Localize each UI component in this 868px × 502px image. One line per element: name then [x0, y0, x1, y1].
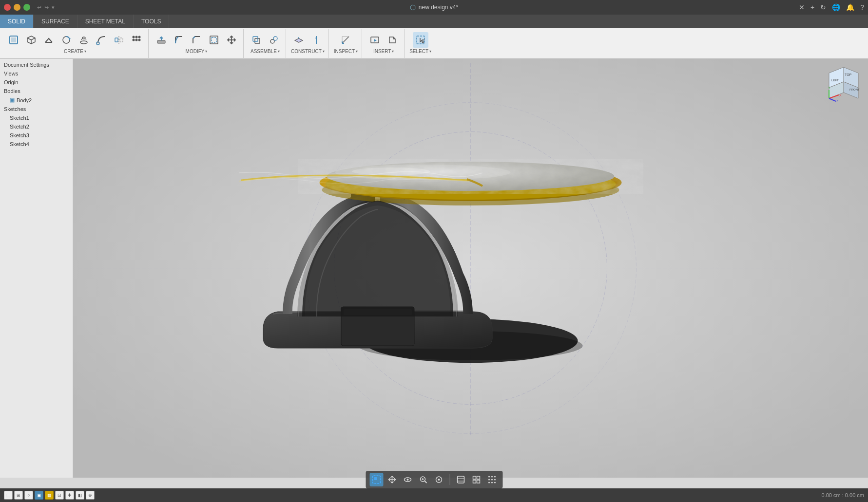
sweep-btn[interactable]: [94, 32, 109, 48]
svg-point-29: [273, 37, 277, 40]
select-mode-btn[interactable]: [369, 473, 383, 486]
panel-item-sketch4[interactable]: Sketch4: [0, 140, 73, 149]
select-btn[interactable]: [413, 32, 428, 48]
panel-item-sketch1[interactable]: Sketch1: [0, 113, 73, 122]
tab-tools[interactable]: TOOLS: [134, 15, 169, 28]
assemble-label[interactable]: ASSEMBLE ▾: [251, 49, 280, 54]
press-pull-btn[interactable]: [154, 32, 169, 48]
svg-point-74: [406, 479, 408, 481]
fillet-btn[interactable]: [171, 32, 187, 48]
add-icon[interactable]: +: [810, 3, 814, 11]
box-btn[interactable]: [23, 32, 39, 48]
svg-line-3: [31, 38, 35, 40]
insert-group: INSERT ▾: [363, 29, 405, 58]
pan-btn[interactable]: [385, 473, 399, 486]
select-label[interactable]: SELECT ▾: [409, 49, 431, 54]
panel-item-sketches[interactable]: Sketches: [0, 105, 73, 113]
tab-sheet-metal[interactable]: SHEET METAL: [77, 15, 134, 28]
svg-text:Z: Z: [836, 99, 839, 102]
icon-settings[interactable]: ⊕: [86, 491, 95, 500]
status-coords: 0.00 cm : 0.00 cm: [822, 492, 864, 498]
measure-btn[interactable]: [338, 32, 353, 48]
inspect-label[interactable]: INSPECT ▾: [334, 49, 358, 54]
zoom-btn[interactable]: [416, 473, 430, 486]
refresh-icon[interactable]: ↻: [820, 3, 826, 11]
insert-svg-btn[interactable]: [385, 32, 400, 48]
view-cube[interactable]: TOP LEFT FRONT X Y Z: [824, 63, 863, 102]
svg-point-86: [488, 476, 490, 478]
svg-text:TOP: TOP: [845, 73, 852, 76]
svg-rect-1: [11, 37, 16, 42]
modify-label[interactable]: MODIFY ▾: [186, 49, 208, 54]
assemble-icons: [249, 32, 282, 48]
tab-surface[interactable]: SURFACE: [34, 15, 77, 28]
panel-item-bodies[interactable]: Bodies: [0, 87, 73, 95]
construct-icons: [291, 32, 324, 48]
panel-item-views[interactable]: Views: [0, 69, 73, 78]
minimize-button[interactable]: [14, 4, 20, 11]
icon-circle[interactable]: ○: [24, 491, 33, 500]
maximize-button[interactable]: [23, 4, 30, 11]
redo-icon[interactable]: ↪: [44, 4, 49, 11]
3d-canvas: [73, 58, 868, 478]
title-right: ✕ + ↻ 🌐 🔔 ?: [799, 3, 864, 11]
axis-btn[interactable]: [309, 32, 324, 48]
lookat-btn[interactable]: [432, 473, 445, 486]
svg-point-92: [488, 482, 490, 483]
icon-split[interactable]: ◧: [76, 491, 84, 500]
globe-icon[interactable]: 🌐: [832, 3, 840, 11]
dropdown-icon[interactable]: ▾: [52, 4, 55, 11]
offset-plane-btn[interactable]: [291, 32, 307, 48]
svg-line-33: [342, 37, 349, 43]
create-label[interactable]: CREATE ▾: [64, 49, 86, 54]
panel-item-document-settings[interactable]: Document Settings: [0, 60, 73, 69]
chamfer-btn[interactable]: [189, 32, 204, 48]
panel-item-body2[interactable]: ▣ Body2: [0, 95, 73, 105]
icon-solid[interactable]: ▣: [35, 491, 43, 500]
svg-line-2: [27, 38, 31, 40]
mirror-btn[interactable]: [111, 32, 127, 48]
new-body-btn[interactable]: [6, 32, 21, 48]
icon-select[interactable]: ⬚: [4, 491, 13, 500]
panel-item-origin[interactable]: Origin: [0, 78, 73, 87]
svg-point-16: [133, 36, 135, 38]
grid-settings-btn[interactable]: [469, 473, 483, 486]
body2-label: Body2: [17, 97, 32, 103]
svg-marker-39: [374, 39, 377, 42]
svg-point-8: [80, 41, 87, 44]
snap-settings-btn[interactable]: [485, 473, 499, 486]
panel-item-sketch2[interactable]: Sketch2: [0, 122, 73, 131]
left-panel: Document Settings Views Origin Bodies ▣ …: [0, 58, 73, 478]
new-component-btn[interactable]: [249, 32, 264, 48]
display-mode-btn[interactable]: [454, 473, 467, 486]
icon-box[interactable]: ⊞: [14, 491, 23, 500]
canvas-area[interactable]: TOP LEFT FRONT X Y Z: [73, 58, 868, 478]
insert-canvas-btn[interactable]: [367, 32, 383, 48]
pattern-btn[interactable]: [129, 32, 144, 48]
icon-grid[interactable]: ▦: [45, 491, 54, 500]
extrude-btn[interactable]: [41, 32, 57, 48]
svg-point-19: [133, 39, 135, 41]
close-window-icon[interactable]: ✕: [799, 3, 805, 11]
insert-label[interactable]: INSERT ▾: [373, 49, 394, 54]
icon-add[interactable]: ✚: [65, 491, 74, 500]
close-button[interactable]: [4, 4, 11, 11]
construct-label[interactable]: CONSTRUCT ▾: [291, 49, 325, 54]
icon-component[interactable]: ⊡: [55, 491, 64, 500]
svg-point-17: [135, 36, 138, 38]
toolbar: CREATE ▾ MODIFY ▾: [0, 28, 868, 58]
shell-btn[interactable]: [206, 32, 222, 48]
joint-btn[interactable]: [266, 32, 282, 48]
undo-icon[interactable]: ↩: [37, 4, 41, 11]
svg-text:FRONT: FRONT: [849, 88, 860, 91]
select-group: SELECT ▾: [405, 29, 435, 58]
loft-btn[interactable]: [76, 32, 92, 48]
help-icon[interactable]: ?: [860, 3, 864, 11]
move-copy-btn[interactable]: [224, 32, 239, 48]
panel-item-sketch3[interactable]: Sketch3: [0, 131, 73, 140]
revolve-btn[interactable]: [58, 32, 74, 48]
bell-icon[interactable]: 🔔: [846, 3, 854, 11]
orbit-btn[interactable]: [401, 473, 414, 486]
sketches-label: Sketches: [4, 106, 26, 112]
tab-solid[interactable]: SOLID: [0, 15, 34, 28]
